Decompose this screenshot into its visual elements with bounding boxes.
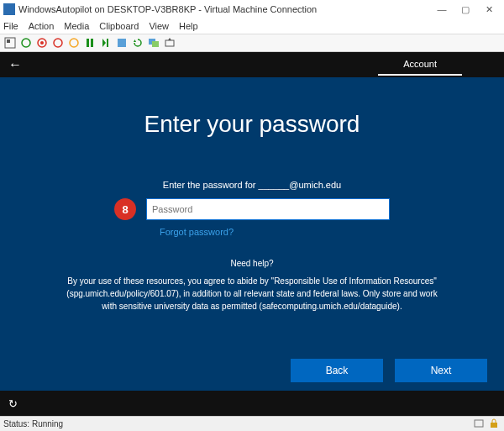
svg-rect-17: [475, 420, 483, 427]
step-label: Account: [378, 54, 462, 76]
ctrl-alt-del-icon[interactable]: [3, 36, 17, 50]
turnoff-icon[interactable]: [35, 36, 49, 50]
forgot-password-link[interactable]: Forgot password?: [160, 227, 470, 237]
maximize-button[interactable]: ▢: [454, 4, 477, 15]
close-button[interactable]: ✕: [477, 4, 501, 15]
minimize-button[interactable]: —: [430, 4, 454, 14]
oobe-header: ← Account: [0, 52, 504, 77]
annotation-badge: 8: [114, 198, 136, 220]
statusbar: Status: Running: [0, 416, 504, 431]
back-button[interactable]: Back: [291, 359, 383, 382]
page-heading: Enter your password: [34, 111, 470, 138]
checkpoint-icon[interactable]: [115, 36, 129, 50]
svg-rect-1: [7, 39, 10, 43]
svg-point-4: [40, 41, 44, 45]
legal-text: By your use of these resources, you agre…: [59, 275, 445, 313]
menu-clipboard[interactable]: Clipboard: [99, 21, 139, 31]
svg-rect-18: [491, 423, 497, 428]
svg-marker-9: [102, 39, 106, 47]
share-icon[interactable]: [163, 36, 176, 50]
svg-point-5: [54, 39, 62, 47]
next-button[interactable]: Next: [395, 359, 487, 382]
menubar: File Action Media Clipboard View Help: [0, 18, 504, 34]
svg-marker-16: [168, 38, 171, 40]
menu-action[interactable]: Action: [29, 21, 55, 31]
shutdown-icon[interactable]: [51, 36, 65, 50]
toolbar: [0, 34, 504, 52]
oobe-footer: ↻: [0, 391, 504, 416]
need-help-label: Need help?: [59, 257, 445, 270]
oobe-body: Enter your password Enter the password f…: [0, 77, 504, 391]
menu-view[interactable]: View: [149, 21, 169, 31]
enhanced-icon[interactable]: [147, 36, 160, 50]
password-input[interactable]: [146, 198, 390, 220]
svg-point-6: [70, 39, 78, 47]
back-arrow-icon[interactable]: ←: [8, 57, 22, 72]
accessibility-icon[interactable]: ↻: [8, 397, 18, 410]
window-titlebar: WindowsAutopilot on DESKTOP-V3BR8KP - Vi…: [0, 0, 504, 18]
start-icon[interactable]: [19, 36, 33, 50]
status-tray: [474, 418, 501, 430]
reset-icon[interactable]: [99, 36, 113, 50]
tray-icon-1: [474, 418, 486, 430]
menu-media[interactable]: Media: [64, 21, 89, 31]
svg-rect-7: [87, 39, 89, 47]
svg-rect-11: [118, 39, 126, 47]
help-block: Need help? By your use of these resource…: [34, 257, 470, 313]
svg-rect-15: [165, 40, 174, 46]
vm-display: ← Account Enter your password Enter the …: [0, 52, 504, 416]
window-title: WindowsAutopilot on DESKTOP-V3BR8KP - Vi…: [18, 4, 317, 14]
app-icon: [3, 3, 15, 15]
svg-rect-8: [91, 39, 93, 47]
status-text: Status: Running: [3, 419, 63, 428]
svg-marker-12: [134, 39, 136, 42]
menu-file[interactable]: File: [3, 21, 18, 31]
lock-icon: [489, 418, 501, 430]
svg-rect-14: [152, 41, 159, 47]
pause-icon[interactable]: [83, 36, 97, 50]
password-prompt: Enter the password for ______@umich.edu: [34, 180, 470, 190]
menu-help[interactable]: Help: [179, 21, 198, 31]
svg-rect-10: [107, 39, 108, 47]
svg-point-2: [22, 39, 30, 47]
save-icon[interactable]: [67, 36, 81, 50]
revert-icon[interactable]: [131, 36, 144, 50]
